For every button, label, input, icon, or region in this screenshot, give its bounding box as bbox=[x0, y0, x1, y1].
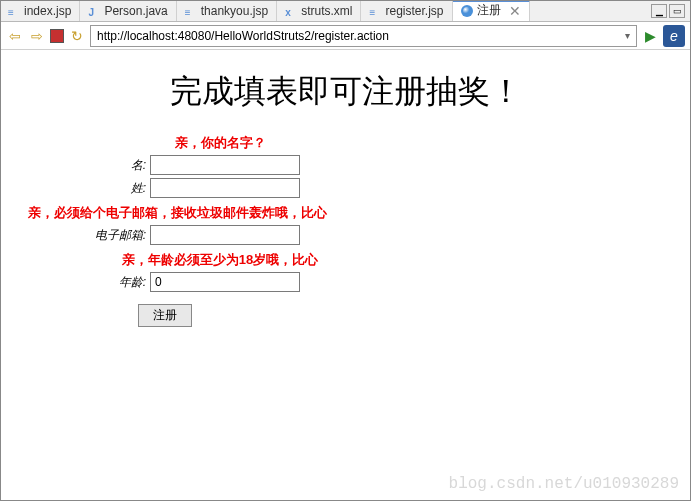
watermark: blog.csdn.net/u010930289 bbox=[449, 475, 679, 493]
browser-engine-icon[interactable] bbox=[663, 25, 685, 47]
tab-register-jsp[interactable]: register.jsp bbox=[361, 0, 452, 21]
window-controls: ▁ ▭ bbox=[651, 4, 691, 18]
tab-struts-xml[interactable]: struts.xml bbox=[277, 0, 361, 21]
jsp-icon bbox=[185, 5, 197, 17]
page-content: 完成填表即可注册抽奖！ 亲，你的名字？ 名: 姓: 亲，必须给个电子邮箱，接收垃… bbox=[0, 50, 691, 347]
editor-tabs-bar: index.jsp Person.java thankyou.jsp strut… bbox=[0, 0, 691, 22]
label-lastname: 姓: bbox=[20, 180, 150, 197]
java-icon bbox=[88, 5, 100, 17]
error-name: 亲，你的名字？ bbox=[20, 134, 420, 152]
close-icon[interactable]: ✕ bbox=[509, 4, 521, 18]
input-email[interactable] bbox=[150, 225, 300, 245]
chevron-down-icon[interactable]: ▾ bbox=[621, 30, 630, 41]
tab-index-jsp[interactable]: index.jsp bbox=[0, 0, 80, 21]
globe-icon bbox=[461, 5, 473, 17]
back-button[interactable]: ⇦ bbox=[6, 27, 24, 45]
tab-label: thankyou.jsp bbox=[201, 4, 268, 18]
label-firstname: 名: bbox=[20, 157, 150, 174]
xml-icon bbox=[285, 5, 297, 17]
address-bar[interactable]: ▾ bbox=[90, 25, 637, 47]
error-age: 亲，年龄必须至少为18岁哦，比心 bbox=[20, 251, 420, 269]
error-email: 亲，必须给个电子邮箱，接收垃圾邮件轰炸哦，比心 bbox=[20, 204, 420, 222]
page-title: 完成填表即可注册抽奖！ bbox=[20, 70, 671, 114]
input-firstname[interactable] bbox=[150, 155, 300, 175]
refresh-button[interactable]: ↻ bbox=[68, 27, 86, 45]
jsp-icon bbox=[369, 5, 381, 17]
go-button[interactable]: ▶ bbox=[641, 27, 659, 45]
browser-toolbar: ⇦ ⇨ ↻ ▾ ▶ bbox=[0, 22, 691, 50]
tab-label: index.jsp bbox=[24, 4, 71, 18]
tab-person-java[interactable]: Person.java bbox=[80, 0, 176, 21]
stop-button[interactable] bbox=[50, 29, 64, 43]
forward-button[interactable]: ⇨ bbox=[28, 27, 46, 45]
tab-label: Person.java bbox=[104, 4, 167, 18]
input-age[interactable] bbox=[150, 272, 300, 292]
tab-label: struts.xml bbox=[301, 4, 352, 18]
tab-register-browser[interactable]: 注册 ✕ bbox=[453, 0, 530, 21]
tab-label: register.jsp bbox=[385, 4, 443, 18]
input-lastname[interactable] bbox=[150, 178, 300, 198]
maximize-button[interactable]: ▭ bbox=[669, 4, 685, 18]
label-age: 年龄: bbox=[20, 274, 150, 291]
url-input[interactable] bbox=[97, 29, 621, 43]
minimize-button[interactable]: ▁ bbox=[651, 4, 667, 18]
submit-button[interactable]: 注册 bbox=[138, 304, 192, 327]
tab-label: 注册 bbox=[477, 2, 501, 19]
label-email: 电子邮箱: bbox=[20, 227, 150, 244]
tab-thankyou-jsp[interactable]: thankyou.jsp bbox=[177, 0, 277, 21]
register-form: 亲，你的名字？ 名: 姓: 亲，必须给个电子邮箱，接收垃圾邮件轰炸哦，比心 电子… bbox=[20, 134, 420, 327]
jsp-icon bbox=[8, 5, 20, 17]
